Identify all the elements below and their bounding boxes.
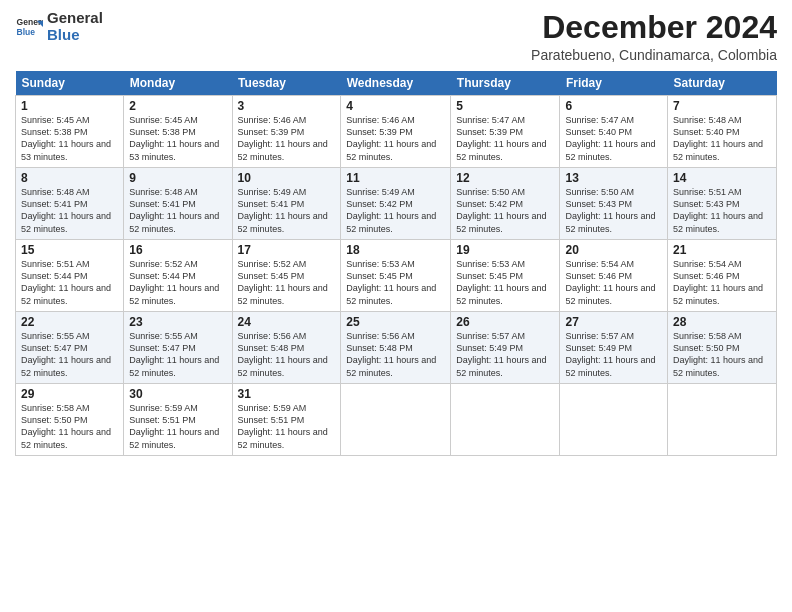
logo: General Blue General Blue	[15, 10, 103, 43]
day-info: Sunrise: 5:50 AMSunset: 5:42 PMDaylight:…	[456, 187, 546, 233]
day-number: 21	[673, 243, 771, 257]
day-info: Sunrise: 5:58 AMSunset: 5:50 PMDaylight:…	[21, 403, 111, 449]
calendar-cell: 13 Sunrise: 5:50 AMSunset: 5:43 PMDaylig…	[560, 168, 668, 240]
calendar-header-row: SundayMondayTuesdayWednesdayThursdayFrid…	[16, 71, 777, 96]
day-info: Sunrise: 5:46 AMSunset: 5:39 PMDaylight:…	[346, 115, 436, 161]
day-number: 18	[346, 243, 445, 257]
main-container: General Blue General Blue December 2024 …	[0, 0, 792, 466]
day-info: Sunrise: 5:54 AMSunset: 5:46 PMDaylight:…	[565, 259, 655, 305]
day-info: Sunrise: 5:48 AMSunset: 5:41 PMDaylight:…	[21, 187, 111, 233]
calendar-cell: 14 Sunrise: 5:51 AMSunset: 5:43 PMDaylig…	[668, 168, 777, 240]
calendar-cell: 6 Sunrise: 5:47 AMSunset: 5:40 PMDayligh…	[560, 96, 668, 168]
day-info: Sunrise: 5:48 AMSunset: 5:40 PMDaylight:…	[673, 115, 763, 161]
calendar-cell	[560, 384, 668, 456]
day-info: Sunrise: 5:51 AMSunset: 5:44 PMDaylight:…	[21, 259, 111, 305]
day-number: 11	[346, 171, 445, 185]
day-number: 13	[565, 171, 662, 185]
week-row-1: 1 Sunrise: 5:45 AMSunset: 5:38 PMDayligh…	[16, 96, 777, 168]
day-info: Sunrise: 5:54 AMSunset: 5:46 PMDaylight:…	[673, 259, 763, 305]
day-number: 7	[673, 99, 771, 113]
header-day-monday: Monday	[124, 71, 232, 96]
day-number: 2	[129, 99, 226, 113]
day-number: 25	[346, 315, 445, 329]
day-info: Sunrise: 5:52 AMSunset: 5:45 PMDaylight:…	[238, 259, 328, 305]
location-subtitle: Paratebueno, Cundinamarca, Colombia	[531, 47, 777, 63]
day-number: 26	[456, 315, 554, 329]
header-day-tuesday: Tuesday	[232, 71, 341, 96]
calendar-cell: 29 Sunrise: 5:58 AMSunset: 5:50 PMDaylig…	[16, 384, 124, 456]
calendar-cell: 20 Sunrise: 5:54 AMSunset: 5:46 PMDaylig…	[560, 240, 668, 312]
header-day-friday: Friday	[560, 71, 668, 96]
day-number: 4	[346, 99, 445, 113]
calendar-cell: 9 Sunrise: 5:48 AMSunset: 5:41 PMDayligh…	[124, 168, 232, 240]
calendar-cell: 28 Sunrise: 5:58 AMSunset: 5:50 PMDaylig…	[668, 312, 777, 384]
calendar-cell: 10 Sunrise: 5:49 AMSunset: 5:41 PMDaylig…	[232, 168, 341, 240]
day-info: Sunrise: 5:48 AMSunset: 5:41 PMDaylight:…	[129, 187, 219, 233]
title-area: December 2024 Paratebueno, Cundinamarca,…	[531, 10, 777, 63]
day-info: Sunrise: 5:50 AMSunset: 5:43 PMDaylight:…	[565, 187, 655, 233]
day-number: 28	[673, 315, 771, 329]
day-number: 14	[673, 171, 771, 185]
header-day-saturday: Saturday	[668, 71, 777, 96]
day-info: Sunrise: 5:53 AMSunset: 5:45 PMDaylight:…	[456, 259, 546, 305]
calendar-cell: 1 Sunrise: 5:45 AMSunset: 5:38 PMDayligh…	[16, 96, 124, 168]
day-number: 5	[456, 99, 554, 113]
day-info: Sunrise: 5:45 AMSunset: 5:38 PMDaylight:…	[129, 115, 219, 161]
day-number: 9	[129, 171, 226, 185]
calendar-cell: 26 Sunrise: 5:57 AMSunset: 5:49 PMDaylig…	[451, 312, 560, 384]
calendar-cell: 8 Sunrise: 5:48 AMSunset: 5:41 PMDayligh…	[16, 168, 124, 240]
calendar-cell: 12 Sunrise: 5:50 AMSunset: 5:42 PMDaylig…	[451, 168, 560, 240]
calendar-cell	[668, 384, 777, 456]
month-title: December 2024	[531, 10, 777, 45]
logo-text: General Blue	[47, 10, 103, 43]
day-number: 24	[238, 315, 336, 329]
day-number: 15	[21, 243, 118, 257]
header: General Blue General Blue December 2024 …	[15, 10, 777, 63]
day-number: 12	[456, 171, 554, 185]
day-number: 8	[21, 171, 118, 185]
calendar-cell: 5 Sunrise: 5:47 AMSunset: 5:39 PMDayligh…	[451, 96, 560, 168]
day-info: Sunrise: 5:56 AMSunset: 5:48 PMDaylight:…	[346, 331, 436, 377]
day-number: 3	[238, 99, 336, 113]
week-row-2: 8 Sunrise: 5:48 AMSunset: 5:41 PMDayligh…	[16, 168, 777, 240]
calendar-cell: 4 Sunrise: 5:46 AMSunset: 5:39 PMDayligh…	[341, 96, 451, 168]
calendar-cell: 7 Sunrise: 5:48 AMSunset: 5:40 PMDayligh…	[668, 96, 777, 168]
week-row-4: 22 Sunrise: 5:55 AMSunset: 5:47 PMDaylig…	[16, 312, 777, 384]
day-info: Sunrise: 5:57 AMSunset: 5:49 PMDaylight:…	[456, 331, 546, 377]
day-number: 16	[129, 243, 226, 257]
day-number: 20	[565, 243, 662, 257]
day-info: Sunrise: 5:45 AMSunset: 5:38 PMDaylight:…	[21, 115, 111, 161]
day-number: 22	[21, 315, 118, 329]
day-info: Sunrise: 5:49 AMSunset: 5:41 PMDaylight:…	[238, 187, 328, 233]
calendar-cell: 3 Sunrise: 5:46 AMSunset: 5:39 PMDayligh…	[232, 96, 341, 168]
calendar-cell: 30 Sunrise: 5:59 AMSunset: 5:51 PMDaylig…	[124, 384, 232, 456]
calendar-table: SundayMondayTuesdayWednesdayThursdayFrid…	[15, 71, 777, 456]
day-number: 29	[21, 387, 118, 401]
day-info: Sunrise: 5:53 AMSunset: 5:45 PMDaylight:…	[346, 259, 436, 305]
week-row-3: 15 Sunrise: 5:51 AMSunset: 5:44 PMDaylig…	[16, 240, 777, 312]
calendar-cell: 11 Sunrise: 5:49 AMSunset: 5:42 PMDaylig…	[341, 168, 451, 240]
calendar-cell: 16 Sunrise: 5:52 AMSunset: 5:44 PMDaylig…	[124, 240, 232, 312]
calendar-cell: 19 Sunrise: 5:53 AMSunset: 5:45 PMDaylig…	[451, 240, 560, 312]
day-info: Sunrise: 5:46 AMSunset: 5:39 PMDaylight:…	[238, 115, 328, 161]
day-number: 30	[129, 387, 226, 401]
svg-text:Blue: Blue	[17, 26, 36, 36]
day-info: Sunrise: 5:56 AMSunset: 5:48 PMDaylight:…	[238, 331, 328, 377]
header-day-thursday: Thursday	[451, 71, 560, 96]
day-info: Sunrise: 5:55 AMSunset: 5:47 PMDaylight:…	[21, 331, 111, 377]
calendar-cell: 2 Sunrise: 5:45 AMSunset: 5:38 PMDayligh…	[124, 96, 232, 168]
calendar-cell: 17 Sunrise: 5:52 AMSunset: 5:45 PMDaylig…	[232, 240, 341, 312]
calendar-cell: 31 Sunrise: 5:59 AMSunset: 5:51 PMDaylig…	[232, 384, 341, 456]
day-number: 1	[21, 99, 118, 113]
day-number: 6	[565, 99, 662, 113]
calendar-cell: 22 Sunrise: 5:55 AMSunset: 5:47 PMDaylig…	[16, 312, 124, 384]
day-info: Sunrise: 5:55 AMSunset: 5:47 PMDaylight:…	[129, 331, 219, 377]
day-info: Sunrise: 5:59 AMSunset: 5:51 PMDaylight:…	[129, 403, 219, 449]
calendar-cell: 25 Sunrise: 5:56 AMSunset: 5:48 PMDaylig…	[341, 312, 451, 384]
day-number: 19	[456, 243, 554, 257]
header-day-sunday: Sunday	[16, 71, 124, 96]
day-info: Sunrise: 5:58 AMSunset: 5:50 PMDaylight:…	[673, 331, 763, 377]
logo-icon: General Blue	[15, 13, 43, 41]
calendar-cell	[451, 384, 560, 456]
day-info: Sunrise: 5:47 AMSunset: 5:39 PMDaylight:…	[456, 115, 546, 161]
